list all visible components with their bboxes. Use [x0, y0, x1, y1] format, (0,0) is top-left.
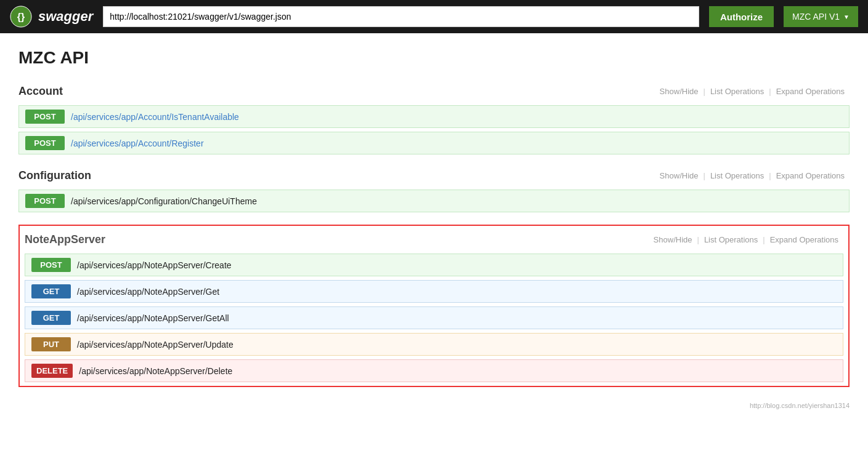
operation-path: /api/services/app/NoteAppServer/Create: [77, 260, 232, 270]
section-actions-configuration: Show/Hide|List Operations|Expand Operati…: [655, 171, 850, 180]
api-url-input[interactable]: [103, 6, 699, 27]
method-badge-post: POST: [25, 110, 65, 124]
operation-row[interactable]: PUT/api/services/app/NoteAppServer/Updat…: [25, 333, 843, 356]
operation-path: /api/services/app/NoteAppServer/Get: [77, 287, 219, 297]
main-content: MZC API AccountShow/Hide|List Operations…: [0, 33, 868, 425]
method-badge-delete: DELETE: [31, 364, 73, 378]
swagger-logo-icon: {}: [10, 6, 32, 28]
method-badge-put: PUT: [31, 337, 71, 351]
app-header: {} swagger Authorize MZC API V1 ▼: [0, 0, 868, 33]
operation-path: /api/services/app/Account/IsTenantAvaila…: [71, 112, 239, 122]
section-header-account: AccountShow/Hide|List Operations|Expand …: [18, 82, 850, 100]
sections-container: AccountShow/Hide|List Operations|Expand …: [18, 82, 850, 387]
operation-path: /api/services/app/NoteAppServer/Update: [77, 340, 233, 350]
method-badge-get: GET: [31, 311, 71, 325]
section-header-configuration: ConfigurationShow/Hide|List Operations|E…: [18, 167, 850, 185]
operation-row[interactable]: POST/api/services/app/Account/IsTenantAv…: [18, 105, 850, 128]
section-actions-noteappserver: Show/Hide|List Operations|Expand Operati…: [649, 235, 843, 244]
version-label: MZC API V1: [792, 12, 840, 22]
api-section-account: AccountShow/Hide|List Operations|Expand …: [18, 82, 850, 154]
svg-text:{}: {}: [17, 12, 25, 22]
version-selector-button[interactable]: MZC API V1 ▼: [784, 6, 858, 27]
operation-row[interactable]: POST/api/services/app/Configuration/Chan…: [18, 190, 850, 212]
show-hide-link-configuration[interactable]: Show/Hide: [655, 171, 704, 180]
api-section-configuration: ConfigurationShow/Hide|List Operations|E…: [18, 167, 850, 212]
operation-path-link[interactable]: /api/services/app/Account/Register: [71, 138, 204, 148]
operation-row[interactable]: POST/api/services/app/NoteAppServer/Crea…: [25, 254, 843, 276]
logo: {} swagger: [10, 6, 93, 28]
chevron-down-icon: ▼: [843, 14, 850, 20]
method-badge-post: POST: [25, 194, 65, 208]
operation-path: /api/services/app/Configuration/ChangeUi…: [71, 196, 257, 206]
method-badge-get: GET: [31, 284, 71, 298]
list-operations-link-account[interactable]: List Operations: [705, 87, 769, 96]
show-hide-link-noteappserver[interactable]: Show/Hide: [649, 235, 697, 244]
list-operations-link-configuration[interactable]: List Operations: [705, 171, 769, 180]
section-header-noteappserver: NoteAppServerShow/Hide|List Operations|E…: [25, 231, 843, 249]
expand-operations-link-noteappserver[interactable]: Expand Operations: [765, 235, 843, 244]
operation-row[interactable]: DELETE/api/services/app/NoteAppServer/De…: [25, 359, 843, 382]
section-title-configuration: Configuration: [18, 169, 91, 182]
method-badge-post: POST: [25, 136, 65, 150]
swagger-logo-text: swagger: [38, 9, 93, 25]
authorize-button[interactable]: Authorize: [709, 6, 774, 27]
operation-row[interactable]: GET/api/services/app/NoteAppServer/Get: [25, 280, 843, 303]
operation-path-link[interactable]: /api/services/app/Account/IsTenantAvaila…: [71, 112, 239, 122]
section-actions-account: Show/Hide|List Operations|Expand Operati…: [655, 87, 850, 96]
operation-row[interactable]: POST/api/services/app/Account/Register: [18, 132, 850, 154]
api-section-noteappserver: NoteAppServerShow/Hide|List Operations|E…: [18, 225, 850, 387]
operation-path: /api/services/app/NoteAppServer/Delete: [79, 366, 232, 376]
page-title: MZC API: [18, 48, 850, 68]
operation-row[interactable]: GET/api/services/app/NoteAppServer/GetAl…: [25, 306, 843, 329]
operation-path: /api/services/app/NoteAppServer/GetAll: [77, 313, 229, 323]
expand-operations-link-configuration[interactable]: Expand Operations: [771, 171, 850, 180]
section-title-noteappserver: NoteAppServer: [25, 233, 105, 246]
show-hide-link-account[interactable]: Show/Hide: [655, 87, 704, 96]
section-title-account: Account: [18, 85, 63, 98]
list-operations-link-noteappserver[interactable]: List Operations: [699, 235, 763, 244]
method-badge-post: POST: [31, 258, 71, 272]
watermark: http://blog.csdn.net/yiershan1314: [18, 399, 850, 410]
expand-operations-link-account[interactable]: Expand Operations: [771, 87, 850, 96]
operation-path: /api/services/app/Account/Register: [71, 138, 204, 148]
